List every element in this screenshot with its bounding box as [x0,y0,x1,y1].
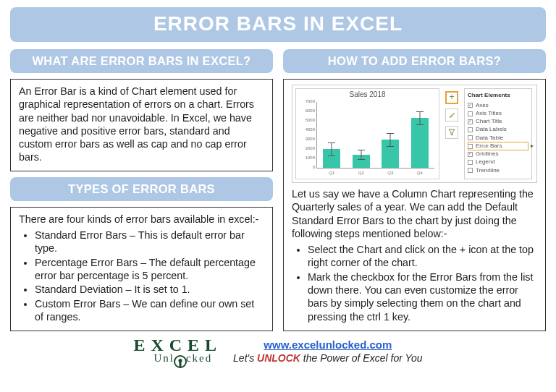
columns: WHAT ARE ERROR BARS IN EXCEL? An Error B… [10,49,546,331]
how-to-box: Sales 2018 01000200030004000500060007000… [283,79,546,331]
tagline: Let's UNLOCK the Power of Excel for You [233,352,423,364]
how-list: Select the Chart and click on the + icon… [292,243,537,323]
checkbox-icon[interactable] [468,111,473,116]
list-item: Standard Error Bars – This is default er… [35,229,264,255]
y-tick: 0 [313,165,315,171]
how-intro: Let us say we have a Column Chart repres… [292,187,537,240]
x-tick: Q1 [329,171,334,176]
chart-element-label: Data Table [476,135,503,142]
page-title: ERROR BARS IN EXCEL [10,7,546,42]
checkbox-icon[interactable] [468,135,473,140]
chart-element-option[interactable]: Chart Title [468,118,528,126]
logo-bottom-left: Unl [153,354,174,363]
chart-title: Sales 2018 [296,90,439,100]
chart-element-option[interactable]: Error Bars▸ [468,142,528,150]
checkbox-icon[interactable] [468,160,473,165]
checkbox-icon[interactable] [468,103,473,108]
chart-elements-panel: Chart Elements AxesAxis TitlesChart Titl… [464,88,532,179]
left-column: WHAT ARE ERROR BARS IN EXCEL? An Error B… [10,49,273,331]
y-tick: 7000 [306,99,315,105]
chart-bar [323,149,340,168]
footer: E X C E L Unlcked www.excelunlocked.com … [10,338,546,365]
logo: E X C E L Unlcked [133,338,217,365]
y-tick: 5000 [306,118,315,124]
chart-element-option[interactable]: Data Table [468,134,528,142]
chart-element-label: Axes [476,102,489,109]
x-tick: Q3 [387,171,393,176]
logo-top: E X C E L [133,338,217,352]
checkbox-icon[interactable] [468,168,473,173]
chart-bar [353,155,370,168]
site-link[interactable]: www.excelunlocked.com [264,338,392,351]
logo-bottom-right: cked [186,354,212,363]
chart-screenshot: Sales 2018 01000200030004000500060007000… [292,85,537,183]
keyhole-icon [174,355,187,368]
x-tick: Q4 [417,171,423,176]
list-item: Custom Error Bars – We can define our ow… [35,297,264,324]
types-intro: There are four kinds of error bars avail… [19,213,264,226]
chart-element-option[interactable]: Data Labels [468,126,528,134]
funnel-icon [448,129,455,136]
types-list: Standard Error Bars – This is default er… [19,229,264,323]
chart-element-label: Axis Titles [476,110,502,117]
list-item: Mark the checkbox for the Error Bars fro… [308,270,537,323]
list-item: Percentage Error Bars – The default perc… [35,256,264,283]
chart-element-option[interactable]: Gridlines [468,150,528,158]
chart-plot: 01000200030004000500060007000Q1Q2Q3Q4 [316,102,434,169]
checkbox-icon[interactable] [468,144,473,149]
list-item: Select the Chart and click on the + icon… [308,243,537,270]
chart-element-label: Legend [476,158,495,166]
chart-elements-panel-title: Chart Elements [468,92,528,99]
y-tick: 6000 [306,108,315,114]
chart-area: Sales 2018 01000200030004000500060007000… [295,88,439,179]
x-tick: Q2 [358,171,364,176]
chart-element-option[interactable]: Axis Titles [468,109,528,117]
list-item: Standard Deviation – It is set to 1. [35,283,264,296]
checkbox-icon[interactable] [468,152,473,157]
chart-bar [382,140,399,168]
y-tick: 3000 [306,137,315,142]
checkbox-icon[interactable] [468,127,473,132]
heading-how-to-add: HOW TO ADD ERROR BARS? [283,49,546,73]
chart-styles-brush-button[interactable] [445,108,458,122]
what-are-body: An Error Bar is a kind of Chart element … [10,79,273,171]
checkbox-icon[interactable] [468,119,473,124]
tagline-after: the Power of Excel for You [300,352,423,364]
chart-element-label: Gridlines [476,150,499,158]
chart-element-option[interactable]: Trendline [468,166,528,174]
chart-element-label: Error Bars [476,142,502,150]
chart-elements-plus-button[interactable]: + [445,91,458,104]
y-tick: 1000 [306,155,315,161]
y-tick: 2000 [306,146,315,152]
footer-text: www.excelunlocked.com Let's UNLOCK the P… [233,338,423,365]
tagline-unlock: UNLOCK [257,352,300,364]
heading-what-are: WHAT ARE ERROR BARS IN EXCEL? [10,49,273,73]
right-column: HOW TO ADD ERROR BARS? Sales 2018 010002… [283,49,546,331]
brush-icon [448,111,455,119]
chart-element-label: Data Labels [476,126,507,133]
tagline-before: Let's [233,352,257,364]
submenu-arrow-icon: ▸ [531,142,534,150]
chart-side-buttons: + [442,88,461,179]
chart-element-label: Trendline [476,167,500,174]
chart-bar [411,118,429,168]
chart-element-option[interactable]: Legend [468,158,528,166]
types-box: There are four kinds of error bars avail… [10,207,273,331]
chart-element-option[interactable]: Axes [468,101,528,109]
chart-element-label: Chart Title [476,118,502,125]
chart-filter-funnel-button[interactable] [445,126,458,139]
y-tick: 4000 [306,127,315,133]
heading-types: TYPES OF ERROR BARS [10,177,273,201]
